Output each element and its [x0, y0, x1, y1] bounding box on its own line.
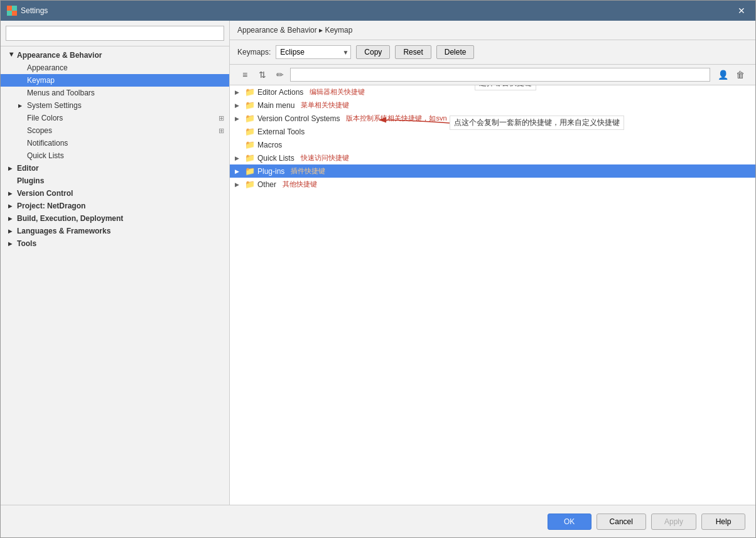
title-bar-left: Settings — [7, 6, 48, 16]
ktree-item-other[interactable]: ▶ 📁 Other 其他快捷键 — [230, 178, 755, 191]
quick-lists-annotation: 快速访问快捷键 — [301, 153, 349, 163]
scopes-icon: ⊞ — [219, 127, 224, 135]
trash-icon-btn[interactable]: 🗑 — [733, 67, 748, 82]
ktree-expand-arrow: ▶ — [235, 102, 242, 109]
help-button[interactable]: Help — [701, 514, 745, 530]
sidebar-item-plugins[interactable]: Plugins — [1, 175, 229, 187]
sidebar-item-editor[interactable]: ▶ Editor — [1, 162, 229, 175]
expand-arrow: ▶ — [8, 241, 14, 247]
sidebar-item-label: Languages & Frameworks — [17, 227, 111, 235]
sidebar-item-appearance[interactable]: Appearance — [1, 62, 229, 74]
svg-rect-3 — [12, 11, 17, 16]
keymap-select-wrapper: Eclipse Default Emacs Sublime Text Visua… — [276, 45, 351, 59]
keymap-select[interactable]: Eclipse Default Emacs Sublime Text Visua… — [276, 45, 351, 59]
settings-dialog: Settings ✕ ▶ Appearance & Behavior Appea… — [0, 0, 756, 538]
sidebar-search-input[interactable] — [6, 26, 224, 41]
keymap-tree: ▶ 📁 Editor Actions 编辑器相关快捷键 ▶ 📁 Main men… — [230, 85, 755, 505]
breadcrumb: Appearance & Behavior ▸ Keymap — [230, 21, 755, 40]
sidebar-item-label: System Settings — [27, 101, 82, 110]
ktree-item-label: Main menu — [257, 101, 294, 110]
ktree-item-macros[interactable]: 📁 Macros — [230, 138, 755, 151]
sidebar-item-label: Editor — [17, 164, 39, 173]
sidebar-item-tools[interactable]: ▶ Tools — [1, 237, 229, 250]
sidebar-item-appearance-behavior[interactable]: ▶ Appearance & Behavior — [1, 49, 229, 62]
ktree-expand-arrow: ▶ — [235, 181, 242, 188]
folder-icon: 📁 — [245, 153, 255, 163]
ok-button[interactable]: OK — [548, 514, 591, 530]
sidebar-item-label: Tools — [17, 239, 36, 248]
folder-icon: 📁 — [245, 180, 255, 189]
sidebar-item-label: Appearance & Behavior — [17, 51, 102, 60]
keymap-search-input[interactable] — [290, 68, 710, 82]
content-area: ▶ Appearance & Behavior Appearance Keyma… — [1, 21, 755, 505]
expand-arrow: ▶ — [18, 103, 24, 109]
ktree-expand-arrow: ▶ — [235, 116, 242, 122]
sidebar-item-label: Plugins — [17, 176, 44, 185]
folder-icon: 📁 — [245, 100, 255, 110]
sidebar-item-build-execution[interactable]: ▶ Build, Execution, Deployment — [1, 212, 229, 225]
sidebar-item-label: Scopes — [27, 126, 52, 135]
ktree-item-label: External Tools — [257, 127, 305, 136]
copy-button[interactable]: Copy — [356, 45, 390, 59]
sidebar-item-languages-frameworks[interactable]: ▶ Languages & Frameworks — [1, 225, 229, 237]
sidebar-item-label: Notifications — [27, 139, 68, 148]
sidebar-item-quick-lists[interactable]: Quick Lists — [1, 149, 229, 162]
expand-arrow: ▶ — [9, 52, 14, 58]
sidebar-tree: ▶ Appearance & Behavior Appearance Keyma… — [1, 46, 229, 505]
folder-icon: 📁 — [245, 87, 255, 97]
cancel-button[interactable]: Cancel — [597, 514, 646, 530]
ktree-item-plug-ins[interactable]: ▶ 📁 Plug-ins 插件快捷键 — [230, 164, 755, 178]
expand-arrow: ▶ — [8, 229, 14, 234]
ktree-item-version-control[interactable]: ▶ 📁 Version Control Systems 版本控制系统相关快捷键，… — [230, 112, 755, 125]
sidebar-item-file-colors[interactable]: File Colors ⊞ — [1, 112, 229, 124]
ktree-item-external-tools[interactable]: 📁 External Tools — [230, 125, 755, 138]
sidebar-item-system-settings[interactable]: ▶ System Settings — [1, 99, 229, 112]
sort-button[interactable]: ≡ — [237, 67, 252, 82]
filter-button[interactable]: ⇅ — [255, 67, 270, 82]
sidebar-item-label: File Colors — [27, 114, 63, 122]
main-menu-annotation: 菜单相关快捷键 — [301, 100, 349, 110]
action-toolbar: ≡ ⇅ ✏ 👤 🗑 — [230, 65, 755, 85]
ktree-item-quick-lists[interactable]: ▶ 📁 Quick Lists 快速访问快捷键 — [230, 151, 755, 164]
svg-rect-0 — [7, 6, 12, 11]
sidebar-item-notifications[interactable]: Notifications — [1, 137, 229, 149]
ktree-item-label: Editor Actions — [257, 88, 303, 97]
edit-button[interactable]: ✏ — [273, 67, 288, 82]
folder-icon: 📁 — [245, 127, 255, 136]
sidebar-item-label: Keymap — [27, 76, 55, 85]
sidebar-item-version-control[interactable]: ▶ Version Control — [1, 187, 229, 200]
reset-button[interactable]: Reset — [395, 45, 431, 59]
folder-icon: 📁 — [245, 166, 255, 176]
close-button[interactable]: ✕ — [734, 4, 749, 17]
sidebar-item-project-netdragon[interactable]: ▶ Project: NetDragon — [1, 200, 229, 212]
window-title: Settings — [21, 6, 48, 15]
sidebar-item-keymap[interactable]: Keymap — [1, 74, 229, 87]
title-bar: Settings ✕ — [1, 1, 755, 21]
sidebar-item-label: Appearance — [27, 63, 68, 72]
keymap-toolbar: Keymaps: Eclipse Default Emacs Sublime T… — [230, 40, 755, 65]
main-content-wrapper: ▶ 📁 Editor Actions 编辑器相关快捷键 ▶ 📁 Main men… — [230, 85, 755, 505]
sidebar-item-label: Quick Lists — [27, 151, 64, 160]
sidebar: ▶ Appearance & Behavior Appearance Keyma… — [1, 21, 230, 505]
svg-rect-1 — [12, 6, 17, 11]
person-icon-btn[interactable]: 👤 — [715, 67, 730, 82]
apply-button[interactable]: Apply — [651, 514, 696, 530]
ktree-item-label: Macros — [257, 141, 282, 149]
sidebar-item-label: Version Control — [17, 189, 73, 198]
expand-arrow: ▶ — [8, 216, 14, 222]
plug-ins-annotation: 插件快捷键 — [291, 166, 325, 176]
sidebar-item-label: Project: NetDragon — [17, 202, 85, 210]
expand-arrow: ▶ — [8, 203, 14, 209]
sidebar-item-label: Build, Execution, Deployment — [17, 214, 123, 223]
icon-btns: 👤 🗑 — [715, 67, 748, 82]
sidebar-item-menus-toolbars[interactable]: Menus and Toolbars — [1, 87, 229, 99]
file-colors-icon: ⊞ — [219, 114, 224, 122]
main-panel: Appearance & Behavior ▸ Keymap Keymaps: … — [230, 21, 755, 505]
delete-button[interactable]: Delete — [436, 45, 475, 59]
editor-actions-annotation: 编辑器相关快捷键 — [310, 87, 365, 97]
ktree-expand-arrow: ▶ — [235, 89, 242, 95]
ktree-item-main-menu[interactable]: ▶ 📁 Main menu 菜单相关快捷键 — [230, 99, 755, 112]
sidebar-item-scopes[interactable]: Scopes ⊞ — [1, 124, 229, 137]
ktree-item-label: Quick Lists — [257, 154, 294, 163]
ktree-item-editor-actions[interactable]: ▶ 📁 Editor Actions 编辑器相关快捷键 — [230, 85, 755, 99]
